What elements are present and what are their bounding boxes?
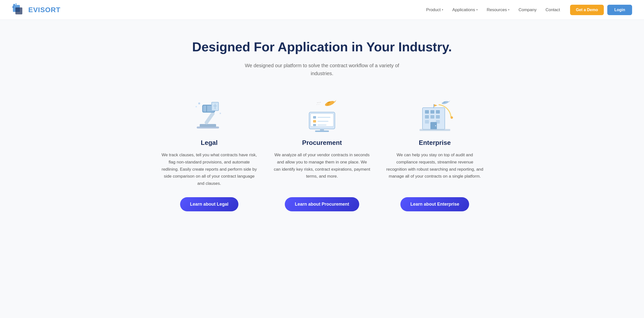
svg-rect-2 [16,8,22,14]
logo-link[interactable]: EVISORT [12,3,60,17]
procurement-icon [302,97,342,132]
chevron-down-icon: ▾ [442,8,443,12]
logo-text: EVISORT [28,6,60,14]
svg-point-17 [220,112,221,114]
chevron-down-icon: ▾ [476,8,478,12]
learn-procurement-button[interactable]: Learn about Procurement [285,197,359,211]
nav-product[interactable]: Product ▾ [426,8,444,12]
svg-rect-20 [313,116,316,118]
enterprise-card-description: We can help you stay on top of audit and… [386,152,484,180]
svg-rect-22 [313,120,316,122]
legal-card: Legal We track clauses, tell you what co… [160,97,258,211]
svg-rect-7 [200,124,216,127]
svg-rect-38 [436,110,440,114]
svg-line-33 [316,104,320,105]
svg-point-16 [196,106,197,108]
main-content: Designed For Application in Your Industr… [148,20,496,241]
enterprise-card-title: Enterprise [419,139,451,146]
main-nav: Product ▾ Applications ▾ Resources ▾ Com… [426,8,560,12]
svg-rect-41 [436,115,440,118]
chevron-down-icon: ▾ [508,8,510,12]
enterprise-icon [415,97,455,132]
svg-rect-37 [430,110,434,114]
hero-title: Designed For Application in Your Industr… [160,40,484,54]
procurement-card: Procurement We analyze all of your vendo… [273,97,371,211]
svg-line-32 [317,102,322,103]
svg-marker-48 [448,100,450,102]
svg-marker-29 [334,100,337,103]
svg-point-15 [198,102,200,104]
hero-subtitle: We designed our platform to solve the co… [235,62,409,78]
logo-icon [12,3,26,17]
svg-rect-36 [425,110,429,114]
svg-point-47 [441,100,449,105]
login-button[interactable]: Login [607,5,632,15]
enterprise-card: Enterprise We can help you stay on top o… [386,97,484,211]
learn-legal-button[interactable]: Learn about Legal [180,197,238,211]
svg-rect-50 [434,104,434,108]
svg-marker-51 [434,104,437,107]
svg-point-28 [324,100,335,107]
nav-resources[interactable]: Resources ▾ [487,8,510,12]
svg-rect-40 [430,115,434,118]
svg-rect-42 [425,120,429,124]
svg-rect-23 [318,121,328,122]
svg-rect-21 [318,117,330,118]
svg-rect-27 [315,130,329,132]
hero-section: Designed For Application in Your Industr… [160,40,484,78]
learn-enterprise-button[interactable]: Learn about Enterprise [400,197,469,211]
procurement-card-description: We analyze all of your vendor contracts … [273,152,371,180]
header-buttons: Get a Demo Login [570,5,632,15]
svg-rect-24 [313,124,316,126]
legal-card-title: Legal [201,139,218,146]
get-demo-button[interactable]: Get a Demo [570,5,604,15]
legal-icon [189,97,229,132]
svg-rect-25 [318,124,326,126]
svg-point-45 [435,125,436,126]
svg-rect-4 [16,4,16,5]
procurement-card-title: Procurement [302,139,342,146]
svg-rect-39 [425,115,429,118]
legal-card-description: We track clauses, tell you what contract… [160,152,258,187]
svg-rect-3 [14,4,15,6]
svg-rect-5 [12,6,14,8]
site-header: EVISORT Product ▾ Applications ▾ Resourc… [0,0,644,20]
svg-rect-46 [420,129,450,131]
industry-cards-grid: Legal We track clauses, tell you what co… [160,97,484,211]
svg-point-34 [450,116,453,119]
nav-applications[interactable]: Applications ▾ [452,8,478,12]
svg-rect-8 [204,111,215,125]
nav-company[interactable]: Company [518,8,536,12]
nav-contact[interactable]: Contact [546,8,560,12]
